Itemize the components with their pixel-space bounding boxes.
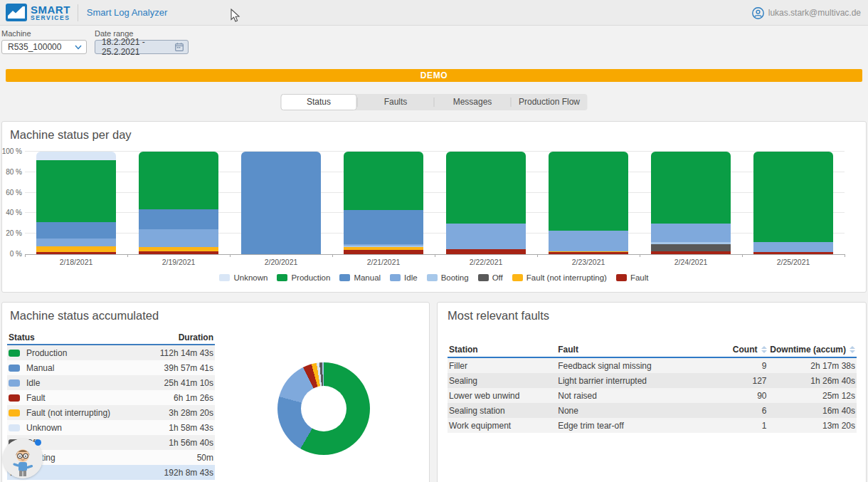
status-donut-chart[interactable] — [277, 362, 370, 455]
x-axis-tick — [230, 254, 231, 257]
station-column-header: Station — [448, 345, 558, 355]
x-tick-label: 2/19/2021 — [127, 258, 230, 266]
legend-label: Unknown — [233, 273, 268, 282]
chatbot-assistant-button[interactable] — [3, 439, 43, 478]
bar-segment-Production[interactable] — [549, 152, 628, 231]
legend-swatch — [512, 274, 523, 281]
fault-row-Sealing station: Sealing stationNone616m 40s — [448, 403, 857, 418]
legend-item-Off: Off — [478, 273, 503, 282]
bar-group-2/22/2021 — [435, 152, 537, 254]
downtime-column-header-sortable[interactable]: Downtime (accum) — [767, 345, 857, 355]
bar-segment-Production[interactable] — [344, 152, 423, 210]
bar-segment-Fault[interactable] — [36, 252, 116, 254]
bar-segment-Idle[interactable] — [446, 224, 526, 249]
faults-header-row: Station Fault Count Downtime (accum) — [448, 342, 857, 358]
x-axis-tick — [127, 254, 128, 257]
fault-row-Lower web unwind: Lower web unwindNot raised9025m 12s — [448, 388, 857, 403]
x-tick-label: 2/23/2021 — [537, 258, 640, 266]
bar-segment-Fault[interactable] — [446, 249, 526, 254]
bar-segment-Idle[interactable] — [139, 229, 218, 246]
bar-segment-Fault[interactable] — [651, 251, 731, 254]
tab-messages[interactable]: Messages — [435, 95, 511, 110]
fault-downtime: 1h 26m 40s — [767, 376, 857, 386]
bar-segment-Fault[interactable] — [344, 250, 423, 254]
status-duration: 192h 8m 43s — [164, 468, 215, 478]
status-name: Production — [26, 348, 67, 358]
user-account[interactable]: lukas.stark@multivac.de — [752, 0, 861, 26]
brand-logo[interactable]: SMART SERVICES — [6, 4, 70, 21]
status-duration: 25h 41m 10s — [164, 378, 215, 388]
bar-group-2/24/2021 — [640, 152, 742, 254]
chevron-down-icon — [75, 45, 82, 50]
bar-segment-Fault[interactable] — [549, 252, 628, 254]
status-duration: 39h 57m 41s — [164, 363, 215, 373]
legend-label: Fault — [630, 273, 649, 282]
y-tick-label: 40 % — [6, 209, 22, 216]
legend-label: Idle — [404, 273, 418, 282]
fault-column-header: Fault — [558, 345, 721, 355]
bar-segment-Unknown[interactable] — [36, 152, 116, 160]
status-row-Idle: Idle25h 41m 10s — [7, 375, 215, 390]
chart-legend: UnknownProductionManualIdleBootingOffFau… — [2, 273, 866, 282]
status-swatch — [9, 394, 20, 402]
legend-swatch — [219, 274, 230, 281]
legend-item-Unknown: Unknown — [219, 273, 268, 282]
calendar-icon — [175, 43, 184, 51]
sort-icon — [850, 346, 855, 353]
date-range-input[interactable]: 18.2.2021 - 25.2.2021 — [95, 40, 189, 54]
smart-services-logo-icon — [6, 4, 27, 21]
view-tabs: Status Faults Messages Production Flow — [281, 94, 588, 110]
tab-faults[interactable]: Faults — [358, 95, 434, 110]
status-duration: 50m — [197, 453, 215, 463]
top-header: SMART SERVICES Smart Log Analyzer lukas.… — [0, 0, 868, 26]
bar-segment-Idle[interactable] — [36, 239, 116, 246]
bar-segment-Manual[interactable] — [344, 210, 423, 244]
bar-segment-Production[interactable] — [36, 160, 116, 223]
x-axis-tick — [640, 254, 640, 257]
bar-segment-Production[interactable] — [651, 152, 731, 224]
bar-segment-Production[interactable] — [139, 152, 218, 209]
bar-segment-Manual[interactable] — [36, 222, 116, 239]
bar-segment-Manual[interactable] — [139, 209, 218, 230]
machine-select[interactable]: R535_100000 — [1, 40, 87, 54]
bar-segment-Fault (not interrupting)[interactable] — [36, 246, 116, 253]
bar-segment-Idle[interactable] — [651, 224, 731, 242]
fault-station: Sealing station — [448, 406, 558, 416]
legend-item-Production: Production — [277, 273, 330, 282]
status-row-Production: Production112h 14m 43s — [7, 345, 215, 360]
machine-select-value: R535_100000 — [8, 42, 75, 52]
status-row-Manual: Manual39h 57m 41s — [7, 360, 215, 375]
tab-production-flow[interactable]: Production Flow — [512, 95, 588, 110]
bar-segment-Production[interactable] — [446, 152, 526, 224]
app-title-link[interactable]: Smart Log Analyzer — [87, 7, 167, 18]
fault-station: Lower web unwind — [448, 391, 558, 401]
bar-segment-Production[interactable] — [753, 152, 833, 242]
user-icon — [752, 7, 764, 19]
fault-station: Filler — [448, 361, 558, 371]
header-divider — [78, 4, 78, 21]
fault-description: Feedback signal missing — [558, 361, 721, 371]
bar-group-2/19/2021 — [127, 152, 230, 254]
bar-segment-Fault[interactable] — [753, 252, 833, 254]
bar-segment-Fault[interactable] — [139, 251, 218, 254]
status-row-Fault (not interrupting): Fault (not interrupting)3h 28m 20s — [7, 405, 215, 420]
machine-status-accumulated-card: Machine status accumulated Status Durati… — [1, 302, 430, 482]
status-name: Unknown — [26, 423, 62, 433]
count-column-header-sortable[interactable]: Count — [721, 345, 766, 355]
bar-segment-Idle[interactable] — [753, 242, 833, 252]
y-tick-label: 0 % — [10, 250, 22, 258]
bar-segment-Off[interactable] — [651, 244, 731, 251]
brand-wordmark: SMART SERVICES — [31, 4, 70, 21]
bar-segment-Idle[interactable] — [549, 231, 628, 251]
tab-status[interactable]: Status — [281, 94, 357, 110]
fault-count: 90 — [721, 391, 766, 401]
bar-segment-Manual[interactable] — [241, 152, 321, 254]
per-day-chart-title: Machine status per day — [10, 128, 132, 142]
x-axis-tick — [25, 254, 26, 257]
legend-item-Fault: Fault — [616, 273, 649, 282]
legend-label: Booting — [441, 273, 469, 282]
status-name: Fault (not interrupting) — [26, 408, 110, 418]
accumulated-title: Machine status accumulated — [10, 309, 159, 323]
legend-swatch — [390, 274, 401, 281]
bar-group-2/18/2021 — [25, 152, 127, 254]
